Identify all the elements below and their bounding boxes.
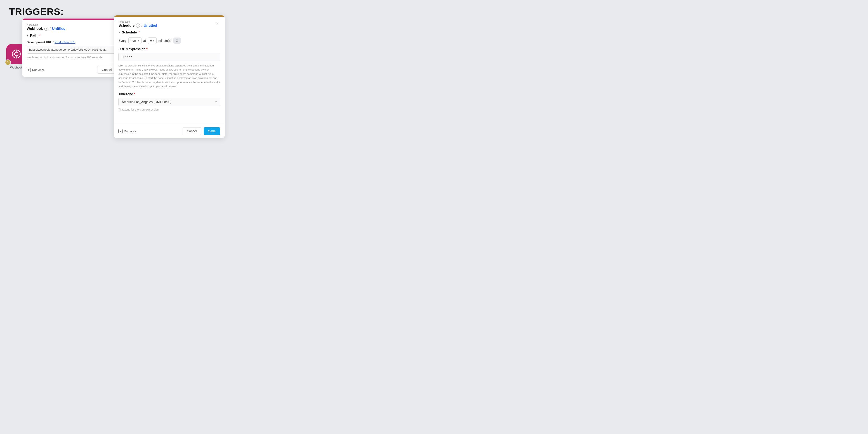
webhook-badge: 1 — [5, 59, 11, 65]
schedule-timezone-value: America/Los_Angeles (GMT-08:00) — [122, 100, 171, 104]
schedule-panel-header: Node type Schedule ? / Untitled × — [114, 17, 225, 30]
schedule-minute-select[interactable]: 0 ▾ — [148, 37, 157, 44]
webhook-node-type-value: Webhook — [27, 27, 43, 31]
webhook-cancel-button[interactable]: Cancel — [97, 66, 117, 74]
webhook-run-once-icon: ▶ — [27, 68, 31, 72]
schedule-panel: Node type Schedule ? / Untitled × ▾ Sche… — [114, 16, 225, 138]
schedule-node-type-value: Schedule — [119, 24, 134, 28]
schedule-slash: / — [141, 24, 142, 28]
schedule-close-button[interactable]: × — [215, 20, 220, 26]
schedule-timezone-arrow: ▾ — [215, 100, 217, 103]
schedule-timezone-select[interactable]: America/Los_Angeles (GMT-08:00) ▾ — [119, 98, 220, 106]
schedule-chevron-icon: ▾ — [119, 31, 120, 34]
schedule-title-row: Schedule ? / Untitled — [119, 24, 157, 28]
schedule-cancel-button[interactable]: Cancel — [182, 127, 202, 135]
webhook-chevron-icon: ▾ — [27, 34, 28, 37]
schedule-minute-unit: minute(s) — [158, 39, 172, 42]
schedule-required-star: * — [139, 30, 140, 34]
schedule-timezone-required: * — [134, 92, 135, 96]
svg-point-1 — [14, 52, 18, 56]
schedule-hour-value: hour — [131, 39, 137, 42]
webhook-slash: / — [50, 27, 51, 31]
schedule-footer-actions: Cancel Save — [182, 127, 220, 135]
schedule-at-label: at — [143, 39, 146, 42]
schedule-x-button[interactable]: X — [174, 37, 181, 43]
webhook-help-icon[interactable]: ? — [44, 27, 49, 31]
webhook-dev-url-tab[interactable]: Development URL — [27, 40, 52, 44]
schedule-every-label: Every — [119, 39, 127, 42]
schedule-minute-arrow: ▾ — [153, 39, 154, 42]
webhook-title-row: Webhook ? / Untitled — [27, 27, 66, 31]
schedule-cron-description: Cron expression consists of five subexpr… — [119, 64, 220, 88]
webhook-node-label: Webhook — [10, 66, 23, 69]
webhook-url-text: https://webhook.latenode.com/49/dev/c53f… — [29, 48, 122, 51]
webhook-required-star: * — [39, 33, 41, 37]
schedule-timezone-note: Timezone for the cron expression — [119, 108, 220, 111]
schedule-section-body: ▾ Schedule * Every hour ▾ at 0 ▾ minute(… — [114, 30, 225, 115]
schedule-hour-arrow: ▾ — [138, 39, 139, 42]
schedule-section-header[interactable]: ▾ Schedule * — [119, 30, 220, 34]
webhook-prod-url-tab[interactable]: Production URL — [55, 40, 75, 44]
schedule-panel-footer: ▶ Run once Cancel Save — [114, 124, 225, 138]
webhook-node-type-label: Node type — [27, 24, 66, 26]
schedule-minute-value: 0 — [150, 39, 152, 42]
webhook-url-tab-divider: / — [53, 40, 54, 44]
schedule-run-once-label: Run once — [124, 129, 136, 133]
schedule-cron-input[interactable] — [119, 53, 220, 61]
schedule-name-link[interactable]: Untitled — [144, 24, 157, 28]
schedule-run-once-button[interactable]: ▶ Run once — [119, 129, 136, 133]
schedule-cron-required: * — [146, 47, 148, 51]
schedule-hour-select[interactable]: hour ▾ — [128, 37, 142, 44]
schedule-section-title: Schedule — [122, 30, 137, 34]
webhook-section-title: Path — [30, 33, 37, 37]
schedule-save-button[interactable]: Save — [204, 127, 220, 135]
page-title: TRIGGERS: — [9, 6, 64, 17]
webhook-run-once-button[interactable]: ▶ Run once — [27, 68, 45, 72]
webhook-name-link[interactable]: Untitled — [52, 27, 66, 31]
schedule-run-once-icon: ▶ — [119, 129, 123, 133]
schedule-timezone-label: Timezone * — [119, 92, 220, 96]
schedule-every-row: Every hour ▾ at 0 ▾ minute(s) X — [119, 37, 220, 44]
webhook-run-once-label: Run once — [32, 68, 45, 72]
schedule-help-icon[interactable]: ? — [136, 24, 140, 28]
schedule-cron-label: CRON expression * — [119, 47, 220, 51]
schedule-node-type-label: Node type — [119, 20, 157, 23]
